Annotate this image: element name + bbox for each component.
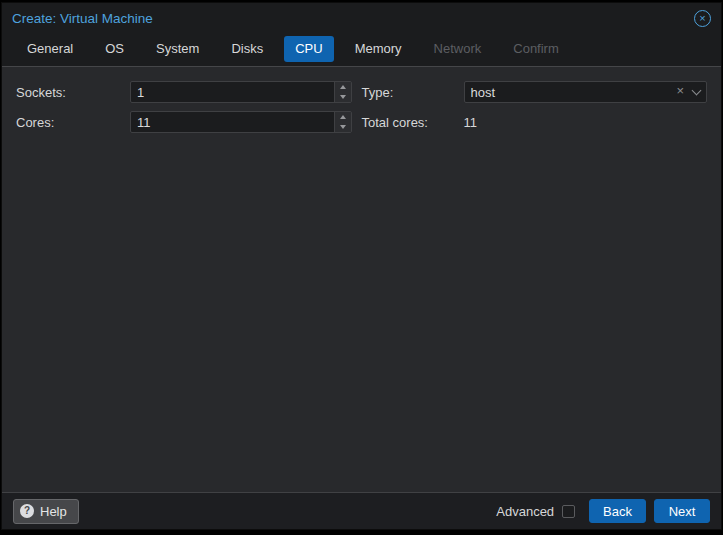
tab-os[interactable]: OS (94, 36, 135, 62)
back-button[interactable]: Back (589, 499, 646, 523)
cores-spinner[interactable] (334, 112, 351, 132)
cores-label: Cores: (16, 115, 130, 130)
close-icon[interactable]: × (694, 10, 711, 27)
advanced-label: Advanced (496, 504, 554, 519)
cores-field (130, 111, 352, 133)
total-cores-row: Total cores: 11 (362, 111, 708, 133)
sockets-label: Sockets: (16, 85, 130, 100)
tab-network: Network (423, 36, 493, 62)
tab-bar: General OS System Disks CPU Memory Netwo… (2, 33, 721, 67)
type-field: × (464, 81, 708, 103)
sockets-input[interactable] (130, 81, 352, 103)
total-cores-value: 11 (464, 115, 478, 130)
dialog-titlebar[interactable]: Create: Virtual Machine × (2, 3, 721, 33)
spinner-down-icon[interactable] (335, 92, 351, 102)
create-vm-dialog: Create: Virtual Machine × General OS Sys… (1, 2, 722, 530)
tab-general[interactable]: General (16, 36, 84, 62)
dialog-title: Create: Virtual Machine (12, 11, 694, 26)
type-label: Type: (362, 85, 464, 100)
cpu-form: Sockets: Cores: (2, 67, 721, 141)
next-button[interactable]: Next (654, 499, 710, 523)
tab-system[interactable]: System (145, 36, 210, 62)
cores-input[interactable] (130, 111, 352, 133)
help-button[interactable]: ? Help (13, 499, 79, 524)
spinner-up-icon[interactable] (335, 82, 351, 92)
dialog-footer: ? Help Advanced Back Next (2, 492, 721, 529)
tab-confirm: Confirm (502, 36, 570, 62)
help-icon: ? (20, 504, 34, 518)
type-row: Type: × (362, 81, 708, 103)
cores-row: Cores: (16, 111, 362, 133)
sockets-spinner[interactable] (334, 82, 351, 102)
sockets-row: Sockets: (16, 81, 362, 103)
tab-cpu[interactable]: CPU (284, 36, 333, 62)
advanced-checkbox[interactable] (562, 505, 575, 518)
dialog-body-space (2, 141, 721, 492)
help-button-label: Help (40, 504, 67, 519)
tab-memory[interactable]: Memory (344, 36, 413, 62)
total-cores-label: Total cores: (362, 115, 464, 130)
type-input[interactable] (464, 81, 708, 103)
spinner-up-icon[interactable] (335, 112, 351, 122)
tab-disks[interactable]: Disks (220, 36, 274, 62)
sockets-field (130, 81, 352, 103)
spinner-down-icon[interactable] (335, 122, 351, 132)
clear-icon[interactable]: × (676, 81, 684, 103)
